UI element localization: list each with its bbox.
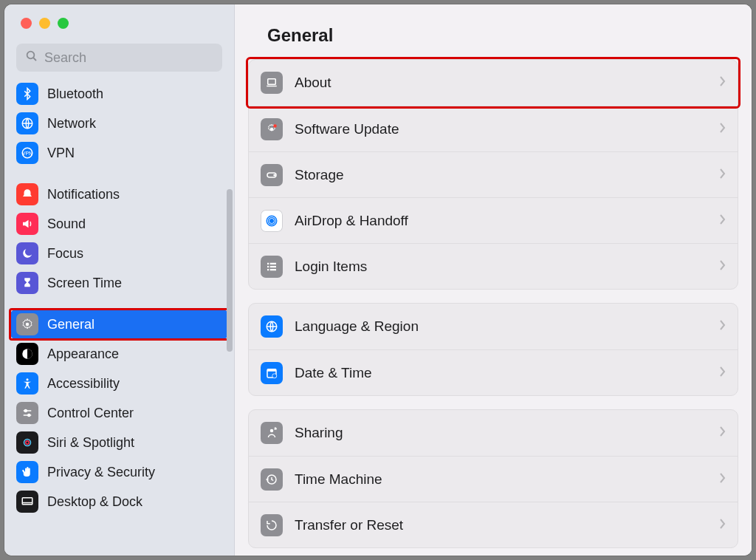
speaker-icon bbox=[16, 213, 38, 235]
sharing-icon bbox=[261, 422, 283, 444]
highlight-box bbox=[9, 308, 230, 341]
chevron-right-icon bbox=[718, 472, 726, 487]
settings-row-label: Storage bbox=[295, 167, 344, 183]
sidebar-item-screen-time[interactable]: Screen Time bbox=[10, 268, 228, 298]
sidebar-item-control-center[interactable]: Control Center bbox=[10, 398, 228, 428]
settings-row-language-region[interactable]: Language & Region bbox=[249, 304, 738, 349]
close-window-button[interactable] bbox=[21, 18, 32, 29]
svg-rect-30 bbox=[270, 269, 276, 270]
settings-row-transfer-or-reset[interactable]: Transfer or Reset bbox=[249, 502, 738, 547]
settings-row-time-machine[interactable]: Time Machine bbox=[249, 456, 738, 502]
settings-window: BluetoothNetworkVPNVPNNotificationsSound… bbox=[4, 4, 752, 556]
search-icon bbox=[25, 49, 38, 66]
sidebar-item-label: Desktop & Dock bbox=[47, 494, 142, 510]
sliders-icon bbox=[16, 402, 38, 424]
main-panel: General AboutSoftware UpdateStorageAirDr… bbox=[235, 4, 752, 556]
svg-rect-15 bbox=[22, 498, 32, 505]
chevron-right-icon bbox=[718, 214, 726, 228]
svg-point-5 bbox=[26, 323, 30, 327]
sidebar-item-label: VPN bbox=[47, 146, 75, 161]
svg-point-7 bbox=[27, 378, 29, 380]
sidebar-item-label: Privacy & Security bbox=[47, 465, 155, 480]
chevron-right-icon bbox=[718, 75, 726, 90]
svg-rect-27 bbox=[267, 269, 269, 270]
settings-row-storage[interactable]: Storage bbox=[249, 151, 738, 197]
settings-row-label: Transfer or Reset bbox=[295, 517, 403, 533]
sidebar-item-accessibility[interactable]: Accessibility bbox=[10, 369, 228, 398]
moon-icon bbox=[16, 242, 38, 264]
sidebar-list: BluetoothNetworkVPNVPNNotificationsSound… bbox=[4, 79, 234, 556]
minimize-window-button[interactable] bbox=[39, 18, 50, 29]
settings-row-airdrop-handoff[interactable]: AirDrop & Handoff bbox=[249, 197, 738, 243]
accessibility-icon bbox=[16, 372, 38, 395]
chevron-right-icon bbox=[718, 122, 726, 137]
sidebar-item-label: Accessibility bbox=[47, 376, 120, 392]
settings-row-label: Login Items bbox=[295, 259, 367, 275]
sidebar-item-label: Appearance bbox=[47, 346, 119, 362]
svg-point-0 bbox=[27, 52, 35, 59]
globe-icon bbox=[16, 112, 38, 134]
chevron-right-icon bbox=[718, 259, 726, 274]
sidebar-scrollbar[interactable] bbox=[227, 189, 233, 352]
sidebar-item-sound[interactable]: Sound bbox=[10, 209, 228, 239]
sidebar-item-label: Bluetooth bbox=[47, 86, 103, 102]
hourglass-icon bbox=[16, 272, 38, 294]
bell-icon bbox=[16, 183, 38, 205]
svg-point-35 bbox=[270, 429, 274, 433]
sidebar-item-vpn[interactable]: VPNVPN bbox=[10, 138, 228, 168]
chevron-right-icon bbox=[718, 168, 726, 182]
settings-row-label: Language & Region bbox=[295, 318, 419, 335]
svg-rect-25 bbox=[267, 262, 269, 264]
search-field[interactable] bbox=[16, 44, 222, 72]
sidebar-item-privacy-security[interactable]: Privacy & Security bbox=[10, 457, 228, 487]
svg-rect-33 bbox=[267, 369, 276, 371]
bluetooth-icon bbox=[16, 83, 38, 105]
chevron-right-icon bbox=[718, 366, 726, 380]
calendar-icon bbox=[261, 362, 283, 384]
settings-row-label: About bbox=[295, 75, 331, 91]
sidebar-item-notifications[interactable]: Notifications bbox=[10, 180, 228, 209]
svg-rect-29 bbox=[270, 265, 276, 267]
sidebar-item-siri-spotlight[interactable]: Siri & Spotlight bbox=[10, 428, 228, 457]
svg-rect-17 bbox=[268, 79, 276, 85]
sidebar-item-label: Siri & Spotlight bbox=[47, 435, 134, 451]
settings-row-label: Time Machine bbox=[295, 471, 382, 488]
svg-rect-28 bbox=[270, 262, 276, 264]
svg-line-1 bbox=[33, 58, 36, 61]
svg-point-10 bbox=[24, 410, 27, 412]
sidebar-item-desktop-dock[interactable]: Desktop & Dock bbox=[10, 487, 228, 516]
sidebar-item-label: Sound bbox=[47, 216, 86, 232]
settings-group: Language & RegionDate & Time bbox=[248, 303, 738, 396]
svg-text:VPN: VPN bbox=[22, 151, 32, 156]
settings-row-software-update[interactable]: Software Update bbox=[249, 106, 738, 151]
sidebar-item-bluetooth[interactable]: Bluetooth bbox=[10, 79, 228, 109]
sidebar-item-appearance[interactable]: Appearance bbox=[10, 339, 228, 369]
settings-row-label: AirDrop & Handoff bbox=[295, 213, 408, 229]
reset-icon bbox=[261, 514, 283, 536]
sidebar-item-label: Notifications bbox=[47, 187, 120, 202]
dock-icon bbox=[16, 491, 38, 513]
settings-row-about[interactable]: About bbox=[249, 60, 738, 106]
svg-point-34 bbox=[272, 373, 277, 378]
settings-row-login-items[interactable]: Login Items bbox=[249, 243, 738, 289]
window-controls bbox=[4, 4, 234, 38]
settings-row-sharing[interactable]: Sharing bbox=[249, 410, 738, 456]
zoom-window-button[interactable] bbox=[58, 18, 69, 29]
svg-rect-26 bbox=[267, 265, 269, 267]
chevron-right-icon bbox=[718, 518, 726, 533]
settings-group: SharingTime MachineTransfer or Reset bbox=[248, 409, 738, 548]
svg-point-22 bbox=[270, 219, 274, 222]
sidebar-item-general[interactable]: General bbox=[10, 310, 228, 339]
gear-badge-icon bbox=[261, 118, 283, 140]
search-input[interactable] bbox=[38, 49, 213, 66]
svg-point-21 bbox=[274, 174, 275, 176]
chevron-right-icon bbox=[718, 426, 726, 440]
sidebar-item-label: Control Center bbox=[47, 406, 134, 421]
settings-row-date-time[interactable]: Date & Time bbox=[249, 349, 738, 395]
sidebar: BluetoothNetworkVPNVPNNotificationsSound… bbox=[4, 4, 235, 556]
sidebar-item-focus[interactable]: Focus bbox=[10, 239, 228, 268]
hand-icon bbox=[16, 461, 38, 483]
settings-row-label: Software Update bbox=[295, 121, 399, 137]
sidebar-item-network[interactable]: Network bbox=[10, 109, 228, 138]
disk-icon bbox=[261, 164, 283, 186]
